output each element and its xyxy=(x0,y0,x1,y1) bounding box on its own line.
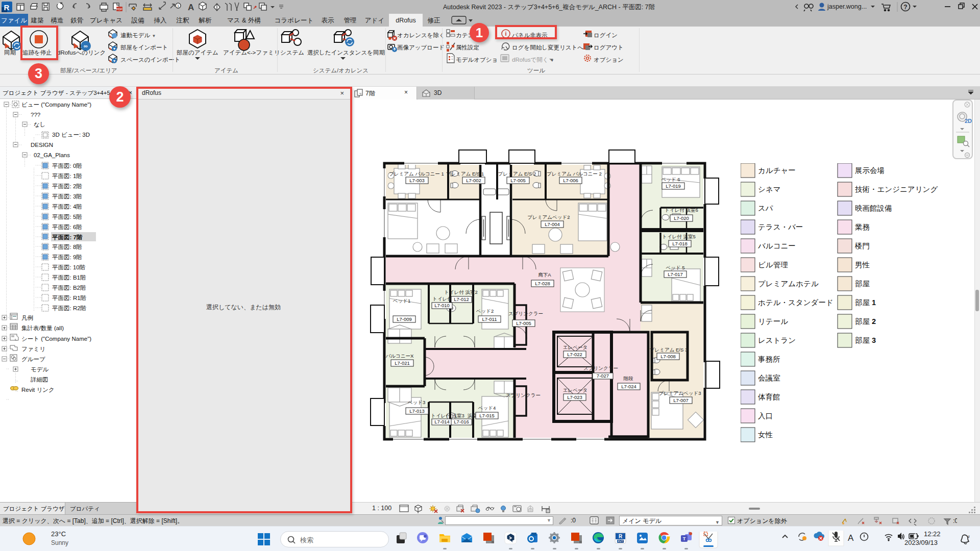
svg-text:部屋 2: 部屋 2 xyxy=(855,317,876,325)
svg-text:L7-018: L7-018 xyxy=(672,241,688,246)
svg-text:トイレ付 浜室2: トイレ付 浜室2 xyxy=(444,289,478,295)
svg-text:展示会場: 展示会場 xyxy=(855,166,885,174)
svg-text:∞: ∞ xyxy=(84,43,88,49)
svg-text:Revit リンク: Revit リンク xyxy=(21,387,55,393)
svg-text:モデル: モデル xyxy=(31,366,49,372)
svg-text:ベッド3: ベッド3 xyxy=(408,399,425,405)
svg-text:L7-028: L7-028 xyxy=(535,281,550,286)
svg-text:平面図: B2階: 平面図: B2階 xyxy=(52,285,86,291)
svg-text:シート ("Company Name"): シート ("Company Name") xyxy=(21,336,91,342)
svg-text:グループ: グループ xyxy=(21,356,45,362)
svg-text:L7-009: L7-009 xyxy=(397,316,412,322)
svg-text:廌下A: 廌下A xyxy=(538,272,551,278)
svg-text:平面図: 9階: 平面図: 9階 xyxy=(52,254,82,260)
svg-text:スプリンクラー: スプリンクラー xyxy=(506,392,541,398)
svg-text:トイレ付 浅室3: トイレ付 浅室3 xyxy=(431,413,464,418)
svg-text:プレミアム E/S 1: プレミアム E/S 1 xyxy=(446,171,484,177)
svg-text:z: z xyxy=(968,534,970,539)
svg-text:ホテル・スタンダード: ホテル・スタンダード xyxy=(758,298,834,307)
svg-text:エレベータ: エレベータ xyxy=(563,344,587,350)
svg-text:T: T xyxy=(683,536,686,541)
svg-text:ベッド 5: ベッド 5 xyxy=(666,265,684,270)
svg-text:プレミアム E/S 3: プレミアム E/S 3 xyxy=(650,347,688,353)
svg-text:入口: 入口 xyxy=(758,412,773,420)
svg-text:スパ: スパ xyxy=(758,204,773,212)
svg-text:L7-014: L7-014 xyxy=(434,419,450,424)
svg-text:女性: 女性 xyxy=(758,431,773,439)
svg-text:?: ? xyxy=(903,4,907,11)
svg-text:プレミアムベッド2: プレミアムベッド2 xyxy=(527,214,570,220)
svg-text:プレミアム バルコニー 1: プレミアム バルコニー 1 xyxy=(389,171,444,177)
svg-text:R: R xyxy=(619,534,623,539)
svg-text:L7-011: L7-011 xyxy=(482,316,497,322)
svg-text:L7-017: L7-017 xyxy=(668,271,683,277)
svg-text:映画館設備: 映画館設備 xyxy=(855,204,892,212)
svg-text:プレミアム E/S 2: プレミアム E/S 2 xyxy=(498,171,536,177)
svg-text:トイレ付 浜室5: トイレ付 浜室5 xyxy=(662,234,696,239)
svg-text:ファミリ: ファミリ xyxy=(21,346,45,352)
svg-text:L7-006: L7-006 xyxy=(563,178,578,183)
svg-text:平面図: 0階: 平面図: 0階 xyxy=(52,163,82,169)
svg-text:2D: 2D xyxy=(965,118,972,124)
svg-text:シネマ: シネマ xyxy=(758,185,781,193)
svg-text:スプリンクラー: スプリンクラー xyxy=(583,365,618,371)
svg-text:バルコニーX: バルコニーX xyxy=(385,353,414,359)
svg-text:L7-015: L7-015 xyxy=(479,413,495,418)
svg-text:▼: ▼ xyxy=(113,59,116,63)
svg-text:トイレ付 浜室6: トイレ付 浜室6 xyxy=(665,207,698,213)
svg-text:会議室: 会議室 xyxy=(758,374,780,382)
svg-text:ベッド 6: ベッド 6 xyxy=(661,177,680,182)
svg-text:ビュー ("Company Name"): ビュー ("Company Name") xyxy=(21,102,91,108)
svg-text:平面図: 7階: 平面図: 7階 xyxy=(52,234,83,240)
svg-text:男性: 男性 xyxy=(855,261,870,269)
svg-text:平面図: 6階: 平面図: 6階 xyxy=(52,224,82,230)
svg-text:部屋 1: 部屋 1 xyxy=(855,298,876,307)
svg-text:プレミアム バルコニー 2: プレミアム バルコニー 2 xyxy=(547,171,602,177)
svg-text:L7-005: L7-005 xyxy=(516,320,531,326)
svg-text:3D ビュー: 3D: 3D ビュー: 3D xyxy=(52,132,90,138)
svg-text:ベッド1: ベッド1 xyxy=(393,298,410,304)
svg-text:L7-004: L7-004 xyxy=(545,221,560,227)
svg-text:プレミアムベッド3: プレミアムベッド3 xyxy=(658,390,701,396)
svg-text:平面図: B1階: 平面図: B1階 xyxy=(52,274,86,281)
svg-text:7-027: 7-027 xyxy=(597,373,609,379)
svg-text:技術・エンジニアリング: 技術・エンジニアリング xyxy=(855,185,938,193)
svg-text:ビル管理: ビル管理 xyxy=(758,261,788,269)
svg-text:プレミアムホテル: プレミアムホテル xyxy=(758,280,819,288)
svg-text:PDF: PDF xyxy=(116,8,122,11)
svg-text:テラス・バー: テラス・バー xyxy=(758,223,803,231)
svg-text:詳細図: 詳細図 xyxy=(31,377,48,383)
svg-text:L7-005: L7-005 xyxy=(510,178,526,183)
svg-text:平面図: R1階: 平面図: R1階 xyxy=(52,295,87,301)
svg-text:L7-010: L7-010 xyxy=(434,303,450,308)
svg-text::0: :0 xyxy=(953,517,957,524)
svg-text:リテール: リテール xyxy=(758,317,788,325)
svg-text:L7-007: L7-007 xyxy=(673,397,689,403)
svg-text:R: R xyxy=(4,3,10,12)
svg-text:ベッド4: ベッド4 xyxy=(478,405,496,411)
svg-text:L7-013: L7-013 xyxy=(409,408,425,414)
svg-text:事務所: 事務所 xyxy=(758,355,780,363)
svg-text:02_GA_Plans: 02_GA_Plans xyxy=(34,152,70,158)
svg-text:部屋: 部屋 xyxy=(855,280,870,288)
svg-text:階段: 階段 xyxy=(624,375,634,381)
svg-text:???: ??? xyxy=(31,112,40,118)
svg-text:L7-003: L7-003 xyxy=(409,178,425,183)
svg-text:部屋 3: 部屋 3 xyxy=(855,336,876,344)
svg-text:L7-012: L7-012 xyxy=(454,296,469,302)
svg-text:L7-023: L7-023 xyxy=(567,394,582,400)
svg-text:平面図: 8階: 平面図: 8階 xyxy=(52,244,82,250)
svg-text:L7-019: L7-019 xyxy=(666,183,681,189)
svg-text:jasper.wong...: jasper.wong... xyxy=(827,3,867,10)
svg-text:カルチャー: カルチャー xyxy=(758,166,796,174)
svg-text:業務: 業務 xyxy=(855,223,870,231)
svg-text:凡例: 凡例 xyxy=(21,315,33,321)
svg-text:A: A xyxy=(848,533,854,543)
svg-text:平面図: 3階: 平面図: 3階 xyxy=(52,193,82,199)
svg-text:平面図: 1階: 平面図: 1階 xyxy=(52,173,82,179)
svg-text:L7-008: L7-008 xyxy=(660,354,676,359)
svg-text:L7-022: L7-022 xyxy=(567,352,582,357)
svg-text:L7-016: L7-016 xyxy=(454,419,469,424)
svg-text:平面図: 2階: 平面図: 2階 xyxy=(52,183,82,189)
svg-text:体育館: 体育館 xyxy=(757,393,780,401)
